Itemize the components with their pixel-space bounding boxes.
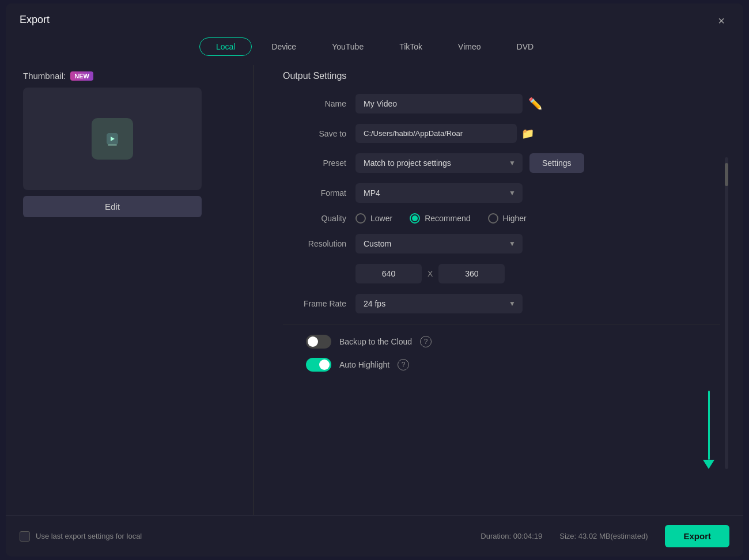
quality-lower-label: Lower: [370, 214, 392, 223]
scrollbar[interactable]: [725, 157, 728, 469]
thumbnail-text: Thumbnail:: [23, 71, 66, 81]
scrollbar-thumb[interactable]: [725, 163, 728, 186]
tab-local[interactable]: Local: [199, 37, 252, 56]
preset-label: Preset: [283, 158, 346, 168]
auto-highlight-toggle-knob: [319, 360, 330, 370]
arrow-indicator: [703, 391, 714, 469]
resolution-label: Resolution: [283, 239, 346, 248]
new-badge: NEW: [70, 71, 93, 81]
resolution-width-input[interactable]: [355, 264, 422, 283]
duration-info: Duration: 00:04:19: [481, 532, 542, 540]
auto-highlight-toggle[interactable]: [306, 358, 331, 372]
vertical-divider: [254, 65, 254, 515]
preset-select[interactable]: Match to project settings: [355, 153, 523, 173]
path-row: 📁: [355, 124, 534, 143]
remember-checkbox[interactable]: [20, 531, 30, 542]
radio-recommend-dot: [412, 215, 418, 221]
export-button[interactable]: Export: [665, 525, 729, 547]
resolution-select[interactable]: Custom: [355, 234, 523, 253]
output-settings-title: Output Settings: [283, 71, 720, 81]
backup-row: Backup to the Cloud ?: [283, 335, 720, 349]
thumbnail-box: [23, 88, 202, 190]
resolution-size-row: X: [283, 264, 720, 283]
quality-recommend-label: Recommend: [425, 214, 470, 223]
resolution-x-separator: X: [428, 269, 433, 278]
size-info: Size: 43.02 MB(estimated): [559, 532, 648, 540]
format-select[interactable]: MP4: [355, 183, 523, 203]
thumbnail-icon: [92, 118, 133, 160]
meta-info: Duration: 00:04:19 Size: 43.02 MB(estima…: [481, 532, 648, 540]
remember-label: Use last export settings for local: [36, 532, 142, 540]
name-input[interactable]: [355, 94, 523, 113]
framerate-row: Frame Rate 24 fps ▼: [283, 294, 720, 313]
left-panel: Thumbnail: NEW Edit: [17, 65, 236, 515]
svg-rect-0: [108, 144, 117, 146]
thumbnail-label-row: Thumbnail: NEW: [23, 71, 230, 81]
title-bar: Export ×: [6, 3, 743, 32]
auto-highlight-row: Auto Highlight ?: [283, 358, 720, 372]
auto-highlight-label: Auto Highlight: [339, 360, 389, 369]
close-button[interactable]: ×: [713, 13, 729, 29]
settings-button[interactable]: Settings: [529, 153, 584, 173]
tab-youtube[interactable]: YouTube: [316, 37, 380, 56]
edit-button[interactable]: Edit: [23, 196, 202, 217]
name-label: Name: [283, 99, 346, 108]
backup-toggle-knob: [308, 336, 318, 347]
resolution-row: Resolution Custom ▼: [283, 234, 720, 253]
quality-label: Quality: [283, 214, 346, 223]
folder-icon[interactable]: 📁: [521, 127, 534, 140]
quality-higher[interactable]: Higher: [488, 213, 527, 224]
tab-tiktok[interactable]: TikTok: [383, 37, 438, 56]
export-dialog: Export × Local Device YouTube TikTok Vim…: [6, 3, 743, 557]
tabs-bar: Local Device YouTube TikTok Vimeo DVD: [6, 32, 743, 65]
tab-dvd[interactable]: DVD: [501, 37, 550, 56]
quality-lower[interactable]: Lower: [355, 213, 392, 224]
resolution-height-input[interactable]: [438, 264, 505, 283]
format-select-wrap: MP4 ▼: [355, 183, 523, 203]
resolution-select-wrap: Custom ▼: [355, 234, 523, 253]
section-divider: [283, 324, 720, 324]
backup-help-icon[interactable]: ?: [420, 336, 432, 347]
bottom-bar: Use last export settings for local Durat…: [6, 515, 743, 557]
radio-higher-circle: [488, 213, 498, 224]
quality-row: Quality Lower Recommend Higher: [283, 213, 720, 224]
content-area: Thumbnail: NEW Edit Output Settings: [6, 65, 743, 515]
framerate-select[interactable]: 24 fps: [355, 294, 523, 313]
name-row: Name ✏️: [283, 94, 720, 113]
framerate-select-wrap: 24 fps ▼: [355, 294, 523, 313]
radio-lower-circle: [355, 213, 366, 224]
ai-icon[interactable]: ✏️: [528, 97, 543, 111]
framerate-label: Frame Rate: [283, 299, 346, 308]
tab-vimeo[interactable]: Vimeo: [442, 37, 497, 56]
format-label: Format: [283, 188, 346, 198]
arrow-line: [708, 391, 710, 460]
quality-options: Lower Recommend Higher: [355, 213, 720, 224]
preset-row: Preset Match to project settings ▼ Setti…: [283, 153, 720, 173]
quality-recommend[interactable]: Recommend: [410, 213, 470, 224]
save-to-input[interactable]: [355, 124, 517, 143]
tab-device[interactable]: Device: [255, 37, 312, 56]
quality-higher-label: Higher: [503, 214, 527, 223]
auto-highlight-help-icon[interactable]: ?: [398, 359, 409, 370]
format-row: Format MP4 ▼: [283, 183, 720, 203]
backup-label: Backup to the Cloud: [339, 337, 412, 346]
arrow-head: [703, 460, 714, 469]
save-to-row: Save to 📁: [283, 124, 720, 143]
radio-recommend-circle: [410, 213, 420, 224]
right-panel: Output Settings Name ✏️ Save to 📁 Preset: [271, 65, 732, 515]
resolution-inputs: X: [355, 264, 505, 283]
dialog-title: Export: [20, 14, 50, 26]
save-to-label: Save to: [283, 129, 346, 138]
backup-toggle[interactable]: [306, 335, 331, 349]
preset-select-wrap: Match to project settings ▼: [355, 153, 523, 173]
